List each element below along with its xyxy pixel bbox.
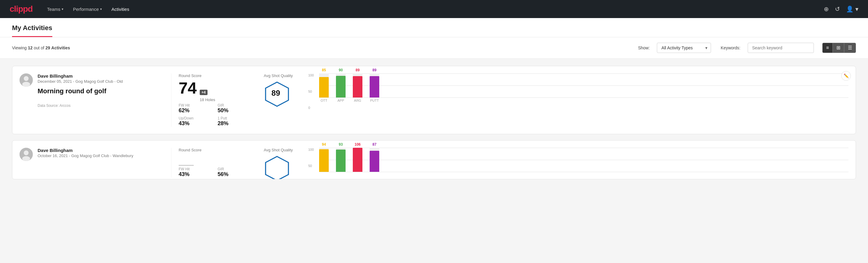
chart-col-arg: 89: [353, 74, 363, 97]
stat-grid: FW Hit 43% GIR 56%: [179, 167, 249, 178]
chevron-down-icon: ▾: [100, 7, 102, 11]
avatar: [20, 148, 33, 161]
stat-value: 50%: [218, 108, 250, 114]
stat-label: FW Hit: [179, 167, 211, 171]
round-score-label: Round Score: [179, 148, 249, 152]
round-score-section: Round Score FW Hit 43% GIR 56%: [171, 148, 249, 178]
activity-card: Dave Billingham December 05, 2021 - Gog …: [12, 66, 856, 134]
avg-shot-quality-label: Avg Shot Quality: [264, 74, 293, 78]
brand-logo: clippd: [10, 4, 32, 14]
svg-point-2: [22, 82, 30, 87]
svg-marker-7: [266, 156, 288, 179]
chart-col-app: 90: [336, 74, 346, 97]
chart-x-label-app: APP: [336, 99, 346, 102]
card-left: Dave Billingham December 05, 2021 - Gog …: [20, 74, 164, 108]
chart-x-label-putt: PUTT: [370, 99, 379, 102]
stat-label: GIR: [218, 167, 250, 171]
card-info: Dave Billingham December 05, 2021 - Gog …: [38, 74, 164, 108]
chart-x-label-arg: ARG: [353, 99, 363, 102]
stat-grid: FW Hit 62% GIR 50% Up/Down 43% 1 Putt 28…: [179, 103, 249, 127]
stat-item-gir: GIR 56%: [218, 167, 250, 178]
data-source: Data Source: Arccos: [38, 104, 164, 108]
round-score-value: [179, 154, 194, 166]
chart-y-labels: 100 50 0: [308, 148, 314, 179]
activity-date: October 16, 2021 - Gog Magog Golf Club -…: [38, 153, 164, 158]
page-title: My Activities: [12, 24, 52, 37]
main-content: Dave Billingham December 05, 2021 - Gog …: [0, 59, 868, 193]
round-score-section: Round Score 74 +4 18 Holes FW Hit 62% GI…: [171, 74, 249, 127]
grid-view-button[interactable]: ⊞: [833, 43, 844, 53]
keywords-label: Keywords:: [721, 46, 740, 50]
edit-button[interactable]: ✏️: [841, 71, 851, 81]
activity-date: December 05, 2021 - Gog Magog Golf Club …: [38, 79, 164, 84]
nav-item-teams[interactable]: Teams ▾: [47, 4, 63, 14]
filter-bar: Viewing 12 out of 29 Activities Show: Al…: [0, 37, 868, 59]
activity-type-select[interactable]: All Activity Types Round Practice: [657, 43, 711, 53]
chart-col-putt: 87: [370, 148, 379, 172]
svg-point-6: [22, 156, 30, 161]
svg-point-1: [24, 76, 29, 81]
stat-value: 56%: [218, 171, 250, 178]
stat-item-fw-hit: FW Hit 62%: [179, 103, 211, 114]
round-score-row: 74 +4 18 Holes: [179, 80, 249, 102]
stat-value: 43%: [179, 120, 211, 127]
round-score-row: [179, 154, 249, 166]
nav-item-performance[interactable]: Performance ▾: [73, 4, 102, 14]
chevron-down-icon: ▾: [62, 7, 63, 11]
nav-item-activities[interactable]: Activities: [112, 4, 129, 14]
search-input[interactable]: [748, 43, 814, 53]
stat-item-gir: GIR 50%: [218, 103, 250, 114]
add-circle-icon[interactable]: ⊕: [824, 5, 829, 12]
chart-col-ott: 85: [319, 74, 329, 97]
hexagon: 89: [264, 81, 288, 105]
svg-point-5: [24, 150, 29, 155]
round-score-value: 74: [179, 80, 197, 96]
list-compact-view-button[interactable]: ≡: [823, 43, 833, 53]
hexagon-container: [264, 155, 288, 179]
avg-shot-quality-section: Avg Shot Quality 89: [256, 74, 299, 105]
page-header: My Activities: [0, 18, 868, 37]
hexagon-value: 89: [272, 88, 280, 98]
holes: 18 Holes: [200, 97, 215, 102]
avg-shot-quality-section: Avg Shot Quality: [256, 148, 299, 179]
player-name: Dave Billingham: [38, 74, 164, 79]
chart-col-ott: 94: [319, 148, 329, 172]
chart-x-label-ott: OTT: [319, 99, 329, 102]
avatar: [20, 74, 33, 87]
score-badge-col: +4 18 Holes: [200, 90, 215, 102]
player-name: Dave Billingham: [38, 148, 164, 153]
hexagon: [264, 155, 288, 179]
stat-item-1putt: 1 Putt 28%: [218, 116, 250, 127]
avg-shot-quality-label: Avg Shot Quality: [264, 148, 293, 152]
stat-label: FW Hit: [179, 103, 211, 108]
activity-title: Morning round of golf: [38, 87, 164, 95]
chart-col-arg: 106: [353, 148, 363, 172]
stat-item-updown: Up/Down 43%: [179, 116, 211, 127]
shot-quality-chart: 100 50 0 85: [301, 74, 848, 110]
card-left: Dave Billingham October 16, 2021 - Gog M…: [20, 148, 164, 161]
chart-col-putt: 89: [370, 74, 379, 97]
navbar: clippd Teams ▾ Performance ▾ Activities …: [0, 0, 868, 18]
refresh-icon[interactable]: ↺: [835, 5, 840, 12]
stat-label: GIR: [218, 103, 250, 108]
nav-icons: ⊕ ↺ 👤 ▾: [824, 5, 858, 12]
stat-label: 1 Putt: [218, 116, 250, 120]
list-detail-view-button[interactable]: ☰: [844, 43, 856, 53]
card-info: Dave Billingham October 16, 2021 - Gog M…: [38, 148, 164, 158]
stat-value: 62%: [179, 108, 211, 114]
user-icon[interactable]: 👤 ▾: [846, 5, 858, 12]
round-score-label: Round Score: [179, 74, 249, 78]
hexagon-container: 89: [264, 81, 288, 105]
stat-value: 43%: [179, 171, 211, 178]
chart-col-app: 93: [336, 148, 346, 172]
score-badge: +4: [200, 90, 208, 95]
stat-item-fw-hit: FW Hit 43%: [179, 167, 211, 178]
show-label: Show:: [638, 46, 650, 50]
shot-quality-chart: 100 50 0 94: [301, 148, 848, 179]
viewing-text: Viewing 12 out of 29 Activities: [12, 46, 70, 50]
activity-type-select-wrapper: All Activity Types Round Practice: [657, 43, 711, 53]
stat-value: 28%: [218, 120, 250, 127]
chart-y-labels: 100 50 0: [308, 74, 314, 110]
stat-label: Up/Down: [179, 116, 211, 120]
activity-card: Dave Billingham October 16, 2021 - Gog M…: [12, 140, 856, 179]
